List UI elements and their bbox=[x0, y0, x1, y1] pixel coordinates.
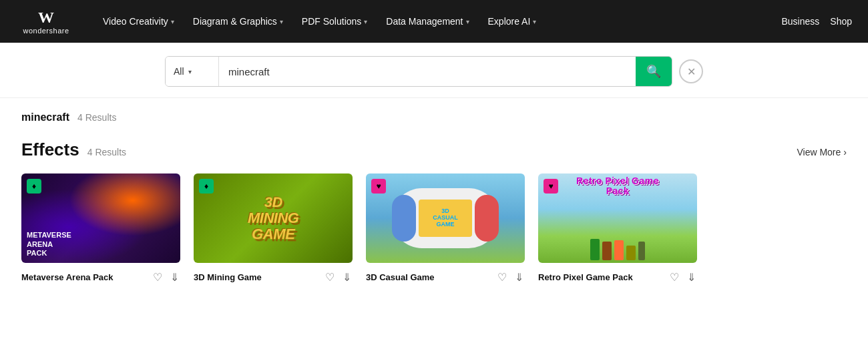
results-count: 4 Results bbox=[77, 112, 116, 123]
card-image-2: 3DMININGGAME bbox=[194, 173, 353, 263]
controller-left bbox=[392, 195, 416, 242]
card-thumbnail-1: ♦ MetaverseArenaPack bbox=[21, 173, 180, 263]
nav-item-video-creativity[interactable]: Video Creativity ▾ bbox=[95, 11, 182, 32]
navbar: W wondershare Video Creativity ▾ Diagram… bbox=[0, 0, 868, 43]
card-thumbnail-4: ♥ Retro Pixel GamePack bbox=[538, 173, 697, 263]
card-download-button-2[interactable]: ⇓ bbox=[341, 270, 353, 285]
nav-item-business[interactable]: Business bbox=[781, 16, 819, 27]
card-actions-2: ♡ ⇓ bbox=[324, 270, 353, 285]
nav-item-shop[interactable]: Shop bbox=[830, 16, 852, 27]
card-3d-mining[interactable]: ♦ 3DMININGGAME 3D Mining Game ♡ ⇓ bbox=[194, 173, 353, 285]
search-button[interactable]: 🔍 bbox=[636, 57, 672, 86]
nav-item-explore-ai[interactable]: Explore AI ▾ bbox=[480, 11, 545, 32]
card-download-button-4[interactable]: ⇓ bbox=[686, 270, 697, 285]
card-image-1: MetaverseArenaPack bbox=[21, 173, 180, 263]
card-metaverse-arena[interactable]: ♦ MetaverseArenaPack Metaverse Arena Pac… bbox=[21, 173, 180, 285]
card-title-4: Retro Pixel Game Pack bbox=[538, 272, 668, 282]
controller-right bbox=[475, 195, 499, 242]
search-filter-dropdown[interactable]: All ▾ bbox=[166, 57, 219, 86]
card-title-3: 3D Casual Game bbox=[366, 272, 496, 282]
nav-label-video-creativity: Video Creativity bbox=[103, 16, 168, 27]
results-header: minecraft 4 Results bbox=[0, 98, 868, 129]
nav-item-data-management[interactable]: Data Management ▾ bbox=[378, 11, 477, 32]
card-title-1: Metaverse Arena Pack bbox=[21, 272, 152, 282]
chevron-down-icon: ▾ bbox=[171, 18, 174, 25]
card-like-button-3[interactable]: ♡ bbox=[496, 270, 508, 285]
card-info-3: 3D Casual Game ♡ ⇓ bbox=[366, 270, 525, 285]
chevron-down-icon: ▾ bbox=[466, 18, 469, 25]
search-input[interactable] bbox=[219, 57, 636, 86]
section-header: Effects 4 Results View More › bbox=[21, 139, 847, 160]
nav-label-data-management: Data Management bbox=[386, 16, 463, 27]
card-retro-pixel[interactable]: ♥ Retro Pixel GamePack Retro Pixel Game … bbox=[538, 173, 697, 285]
card-info-2: 3D Mining Game ♡ ⇓ bbox=[194, 270, 353, 285]
section-count: 4 Results bbox=[87, 147, 126, 157]
card-info-1: Metaverse Arena Pack ♡ ⇓ bbox=[21, 270, 180, 285]
card-actions-3: ♡ ⇓ bbox=[496, 270, 525, 285]
controller-shape: 3DCASUALGAME bbox=[392, 188, 499, 248]
search-query-label: minecraft bbox=[21, 111, 69, 123]
nav-item-diagram-graphics[interactable]: Diagram & Graphics ▾ bbox=[185, 11, 291, 32]
card-badge-4: ♥ bbox=[544, 179, 558, 194]
card-badge-1: ♦ bbox=[27, 179, 41, 194]
chevron-down-icon: ▾ bbox=[533, 18, 536, 25]
search-container: All ▾ 🔍 bbox=[165, 56, 672, 87]
chevron-down-icon: ▾ bbox=[280, 18, 283, 25]
card-3d-casual[interactable]: ♥ 3DCASUALGAME 3D Casual Game ♡ ⇓ bbox=[366, 173, 525, 285]
logo-icon: W bbox=[38, 9, 54, 27]
card-image-4: Retro Pixel GamePack bbox=[538, 173, 697, 263]
card-badge-2: ♦ bbox=[199, 179, 214, 194]
nav-label-diagram-graphics: Diagram & Graphics bbox=[193, 16, 277, 27]
view-more-button[interactable]: View More › bbox=[797, 147, 847, 157]
chevron-right-icon: › bbox=[843, 147, 847, 157]
controller-screen: 3DCASUALGAME bbox=[419, 200, 472, 237]
card-badge-3: ♥ bbox=[371, 179, 386, 194]
card-actions-4: ♡ ⇓ bbox=[668, 270, 697, 285]
search-section: All ▾ 🔍 ✕ bbox=[0, 43, 868, 98]
nav-item-pdf-solutions[interactable]: PDF Solutions ▾ bbox=[294, 11, 375, 32]
card-image-3: 3DCASUALGAME bbox=[366, 173, 525, 263]
nav-label-explore-ai: Explore AI bbox=[488, 16, 531, 27]
card-thumbnail-3: ♥ 3DCASUALGAME bbox=[366, 173, 525, 263]
chevron-down-icon: ▾ bbox=[364, 18, 367, 25]
filter-chevron-icon: ▾ bbox=[188, 68, 192, 75]
close-icon: ✕ bbox=[687, 65, 696, 78]
card-download-button-1[interactable]: ⇓ bbox=[169, 270, 180, 285]
filter-label: All bbox=[174, 66, 184, 77]
card-like-button-1[interactable]: ♡ bbox=[152, 270, 164, 285]
card-title-2: 3D Mining Game bbox=[194, 272, 324, 282]
search-icon: 🔍 bbox=[646, 64, 661, 79]
pixel-characters bbox=[590, 239, 645, 260]
card-like-button-4[interactable]: ♡ bbox=[668, 270, 680, 285]
nav-items: Video Creativity ▾ Diagram & Graphics ▾ … bbox=[95, 11, 776, 32]
logo-text: wondershare bbox=[23, 27, 69, 35]
section-title-group: Effects 4 Results bbox=[21, 139, 126, 160]
search-clear-button[interactable]: ✕ bbox=[679, 59, 703, 83]
nav-right: Business Shop bbox=[781, 16, 852, 27]
section-title: Effects bbox=[21, 139, 79, 160]
card-download-button-3[interactable]: ⇓ bbox=[513, 270, 525, 285]
card-thumbnail-2: ♦ 3DMININGGAME bbox=[194, 173, 353, 263]
effects-section: Effects 4 Results View More › ♦ Metavers… bbox=[0, 129, 868, 306]
card-like-button-2[interactable]: ♡ bbox=[324, 270, 336, 285]
card-actions-1: ♡ ⇓ bbox=[152, 270, 180, 285]
card-info-4: Retro Pixel Game Pack ♡ ⇓ bbox=[538, 270, 697, 285]
cards-grid: ♦ MetaverseArenaPack Metaverse Arena Pac… bbox=[21, 173, 847, 285]
nav-label-pdf-solutions: PDF Solutions bbox=[302, 16, 361, 27]
logo[interactable]: W wondershare bbox=[16, 9, 76, 35]
view-more-label: View More bbox=[797, 147, 841, 157]
